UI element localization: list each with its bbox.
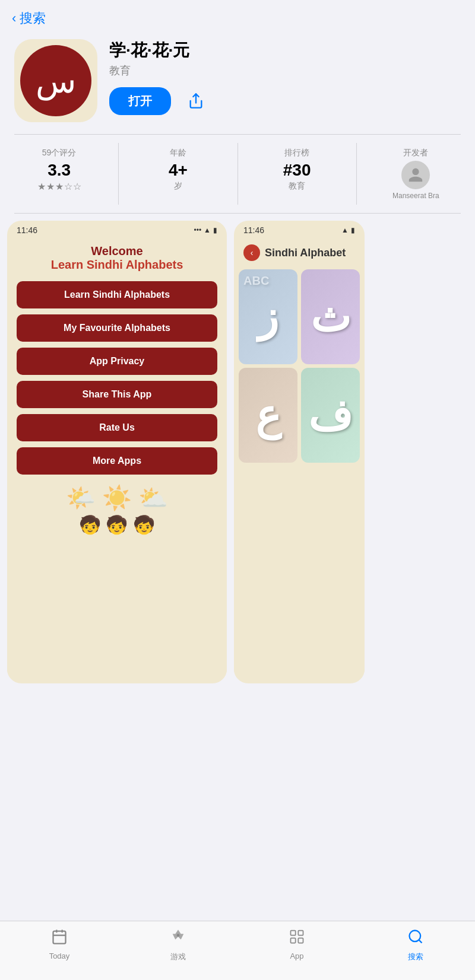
star-4: ☆	[64, 181, 72, 192]
nav-item-games[interactable]: 游戏	[119, 928, 238, 962]
today-label: Today	[49, 952, 70, 960]
welcome-line1: Welcome	[17, 244, 217, 258]
rank-sub: 教育	[289, 181, 305, 192]
developer-avatar	[401, 161, 430, 189]
rating-value: 3.3	[48, 161, 71, 180]
alphabet-card-1: ث	[301, 269, 360, 364]
back-arrow-icon[interactable]: ‹	[12, 11, 16, 26]
right-phone-content: ‹ Sindhi Alphabet ز ABC ث ع ف	[234, 237, 365, 679]
svg-rect-6	[291, 931, 296, 936]
welcome-text: Welcome Learn Sindhi Alphabets	[17, 244, 217, 272]
svg-rect-8	[291, 938, 296, 943]
nav-item-today[interactable]: Today	[0, 928, 119, 960]
back-circle-icon[interactable]: ‹	[243, 244, 260, 261]
age-label: 年龄	[170, 148, 186, 158]
app-icon-char: س	[36, 62, 76, 100]
svg-rect-1	[53, 931, 66, 944]
app-screen-left: Welcome Learn Sindhi Alphabets Learn Sin…	[7, 237, 227, 679]
menu-item-0[interactable]: Learn Sindhi Alphabets	[17, 281, 217, 308]
app-category: 教育	[109, 63, 461, 78]
svg-point-5	[177, 934, 180, 937]
search-label: 搜索	[408, 952, 423, 962]
menu-item-4[interactable]: Rate Us	[17, 414, 217, 441]
nav-item-app[interactable]: App	[238, 928, 356, 960]
svg-rect-7	[298, 931, 303, 936]
status-icons-left: ••• ▲ ▮	[194, 226, 218, 234]
app-info: 学·花·花·元 教育 打开	[109, 39, 461, 115]
age-unit: 岁	[174, 181, 182, 192]
games-icon	[170, 928, 186, 949]
app-action-row: 打开	[109, 87, 461, 115]
menu-item-1[interactable]: My Favourite Alphabets	[17, 314, 217, 342]
stat-developer: 开发者 Manseerat Bra	[357, 143, 475, 205]
bottom-navigation: Today 游戏 App 搜索	[0, 921, 475, 980]
rating-count-label: 59个评分	[42, 148, 77, 158]
welcome-line2: Learn Sindhi Alphabets	[17, 258, 217, 272]
stat-rating: 59个评分 3.3 ★ ★ ★ ☆ ☆	[0, 143, 119, 205]
svg-line-11	[419, 940, 422, 943]
svg-point-10	[410, 931, 421, 942]
battery-icon-right: ▮	[351, 226, 355, 234]
dots-icon: •••	[194, 226, 202, 234]
app-icon: س	[14, 39, 97, 122]
screenshot-left: 11:46 ••• ▲ ▮ Welcome Learn Sindhi Alpha…	[7, 221, 227, 683]
nav-item-search[interactable]: 搜索	[356, 928, 475, 962]
today-icon	[51, 928, 68, 949]
app-title: 学·花·花·元	[109, 42, 461, 60]
battery-icon: ▮	[213, 226, 217, 234]
star-rating: ★ ★ ★ ☆ ☆	[37, 181, 81, 192]
screenshots-section: 11:46 ••• ▲ ▮ Welcome Learn Sindhi Alpha…	[0, 214, 475, 691]
games-label: 游戏	[170, 952, 186, 962]
screenshots-container: 11:46 ••• ▲ ▮ Welcome Learn Sindhi Alpha…	[0, 214, 475, 691]
back-button[interactable]: 搜索	[20, 9, 46, 27]
rank-label: 排行榜	[284, 148, 309, 158]
star-3: ★	[55, 181, 64, 192]
menu-item-3[interactable]: Share This App	[17, 381, 217, 408]
alphabet-card-3: ف	[301, 368, 360, 463]
time-left: 11:46	[17, 225, 37, 235]
search-icon	[407, 928, 424, 949]
star-1: ★	[37, 181, 46, 192]
app-icon-nav	[289, 928, 305, 949]
age-value: 4+	[169, 161, 188, 180]
menu-item-2[interactable]: App Privacy	[17, 348, 217, 375]
screenshot-right: 11:46 ▲ ▮ ‹ Sindhi Alphabet ز ABC	[234, 221, 365, 683]
right-phone-header: ‹ Sindhi Alphabet	[239, 242, 360, 263]
decoration-bottom: 🌤️ ☀️ ⛅	[17, 484, 217, 512]
alphabet-char-0: ز	[258, 292, 278, 342]
time-right: 11:46	[243, 225, 264, 235]
status-bar-left: 11:46 ••• ▲ ▮	[7, 221, 227, 237]
alphabet-char-2: ع	[255, 390, 281, 440]
alphabet-grid: ز ABC ث ع ف	[239, 269, 360, 463]
status-bar-right: 11:46 ▲ ▮	[234, 221, 365, 237]
rank-value: #30	[283, 161, 311, 180]
stat-rank: 排行榜 #30 教育	[238, 143, 357, 205]
star-5: ☆	[73, 181, 81, 192]
wifi-icon: ▲	[204, 226, 211, 234]
share-button[interactable]	[183, 88, 209, 114]
characters-bottom: 🧒 🧒 🧒	[17, 514, 217, 535]
open-button[interactable]: 打开	[109, 87, 171, 115]
svg-rect-9	[298, 938, 303, 943]
stats-row: 59个评分 3.3 ★ ★ ★ ☆ ☆ 年龄 4+ 岁 排行榜 #30 教育 开…	[0, 135, 475, 213]
card-deco-0: ABC	[243, 274, 269, 288]
developer-label: 开发者	[403, 148, 428, 158]
alphabet-card-0: ز ABC	[239, 269, 297, 364]
app-header: س 学·花·花·元 教育 打开	[0, 33, 475, 134]
wifi-icon-right: ▲	[341, 226, 349, 234]
menu-item-5[interactable]: More Apps	[17, 447, 217, 475]
developer-name: Manseerat Bra	[392, 192, 439, 200]
alphabet-char-3: ف	[308, 390, 353, 440]
status-icons-right: ▲ ▮	[341, 226, 355, 234]
alphabet-char-1: ث	[311, 292, 351, 342]
right-phone-title: Sindhi Alphabet	[265, 247, 346, 259]
app-label: App	[290, 952, 303, 960]
stat-age: 年龄 4+ 岁	[119, 143, 238, 205]
star-2: ★	[46, 181, 55, 192]
alphabet-card-2: ع	[239, 368, 297, 463]
top-navigation: ‹ 搜索	[0, 0, 475, 33]
